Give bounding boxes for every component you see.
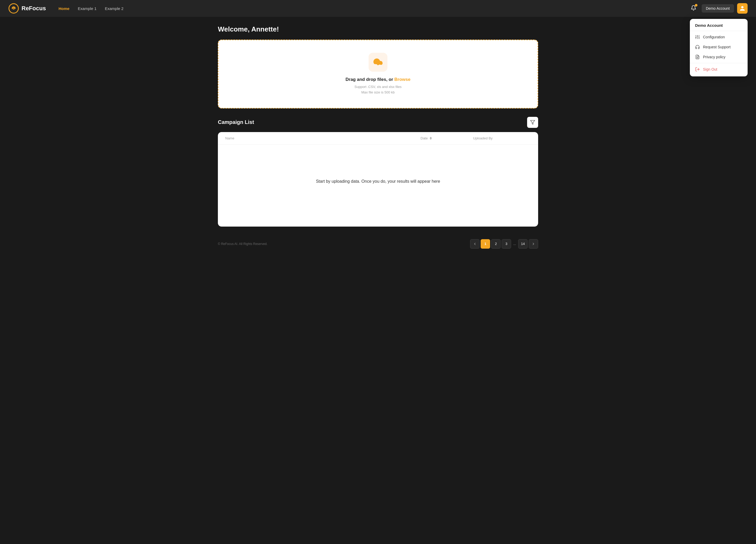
dropdown-title: Demo Account xyxy=(690,23,748,31)
col-uploaded-label: Uploaded By xyxy=(473,136,492,140)
dropdown-support[interactable]: Request Support xyxy=(690,42,748,52)
nav-link-home[interactable]: Home xyxy=(59,6,70,11)
dropdown-signout[interactable]: Sign Out xyxy=(690,64,748,74)
privacy-label: Privacy policy xyxy=(703,55,726,59)
dropdown-divider xyxy=(690,63,748,63)
navbar: ReFocus Home Example 1 Example 2 Demo Ac… xyxy=(0,0,756,17)
filter-button[interactable] xyxy=(527,117,538,128)
footer-copyright: © ReFocus AI. All Rights Reserved. xyxy=(218,242,267,246)
svg-marker-15 xyxy=(531,120,535,124)
page-1-button[interactable]: 1 xyxy=(481,239,490,249)
notification-badge xyxy=(695,4,697,7)
dropdown-privacy[interactable]: Privacy policy xyxy=(690,52,748,62)
logo-icon xyxy=(8,3,19,14)
col-name-label: Name xyxy=(225,136,234,140)
upload-dropzone[interactable]: Drag and drop files, or Browse Support .… xyxy=(218,40,538,108)
account-dropdown: Demo Account Configuration xyxy=(690,19,748,76)
notifications-button[interactable] xyxy=(689,3,699,14)
table-header: Name Date Uploaded By xyxy=(218,132,538,145)
nav-link-example2[interactable]: Example 2 xyxy=(105,6,123,11)
sort-up-icon xyxy=(430,137,432,138)
empty-state-text: Start by uploading data. Once you do, yo… xyxy=(316,179,440,184)
main-content: Welcome, Annette! Drag and drop files, o… xyxy=(207,17,549,235)
pagination: 1 2 3 ... 14 xyxy=(470,239,538,249)
account-button[interactable]: Demo Account xyxy=(702,4,734,13)
campaign-section-header: Campaign List xyxy=(218,117,538,128)
dropdown-configuration[interactable]: Configuration xyxy=(690,32,748,42)
col-date-label: Date xyxy=(421,136,428,140)
welcome-title: Welcome, Annette! xyxy=(218,25,538,33)
support-label: Request Support xyxy=(703,45,731,49)
upload-size-text: Max file size is 500 kb xyxy=(361,90,395,95)
filter-icon xyxy=(530,120,535,125)
browse-link[interactable]: Browse xyxy=(394,77,410,82)
logo-text: ReFocus xyxy=(22,5,46,12)
document-icon xyxy=(695,55,700,59)
logo-area: ReFocus xyxy=(8,3,46,14)
nav-right: Demo Account xyxy=(689,3,748,14)
page-3-button[interactable]: 3 xyxy=(502,239,511,249)
chevron-left-icon xyxy=(473,242,477,246)
configuration-label: Configuration xyxy=(703,35,725,39)
footer: © ReFocus AI. All Rights Reserved. 1 2 3… xyxy=(207,235,549,253)
table-empty-state: Start by uploading data. Once you do, yo… xyxy=(218,145,538,218)
column-date[interactable]: Date xyxy=(421,136,473,140)
next-page-button[interactable] xyxy=(529,239,538,249)
column-name: Name xyxy=(225,136,421,140)
page-ellipsis: ... xyxy=(512,242,517,246)
upload-support-text: Support .CSV, xls and xlsx files xyxy=(354,84,401,90)
campaign-list-title: Campaign List xyxy=(218,119,254,125)
user-avatar[interactable] xyxy=(737,3,748,14)
svg-point-2 xyxy=(13,8,14,9)
chevron-right-icon xyxy=(532,242,535,246)
nav-links: Home Example 1 Example 2 xyxy=(59,6,689,11)
sort-down-icon xyxy=(430,138,432,140)
signout-label: Sign Out xyxy=(703,67,717,71)
upload-heading: Drag and drop files, or xyxy=(345,77,394,82)
signout-icon xyxy=(695,67,700,72)
page-2-button[interactable]: 2 xyxy=(491,239,501,249)
upload-icon-wrap xyxy=(369,53,387,72)
upload-text: Drag and drop files, or Browse xyxy=(345,77,411,82)
headset-icon xyxy=(695,45,700,49)
nav-link-example1[interactable]: Example 1 xyxy=(78,6,97,11)
column-uploaded-by: Uploaded By xyxy=(473,136,531,140)
cloud-upload-icon xyxy=(373,57,383,67)
user-icon xyxy=(739,6,745,11)
sliders-icon xyxy=(695,35,700,39)
prev-page-button[interactable] xyxy=(470,239,480,249)
sort-icon xyxy=(430,137,432,140)
campaign-table: Name Date Uploaded By Start by uploading… xyxy=(218,132,538,227)
page-14-button[interactable]: 14 xyxy=(518,239,528,249)
